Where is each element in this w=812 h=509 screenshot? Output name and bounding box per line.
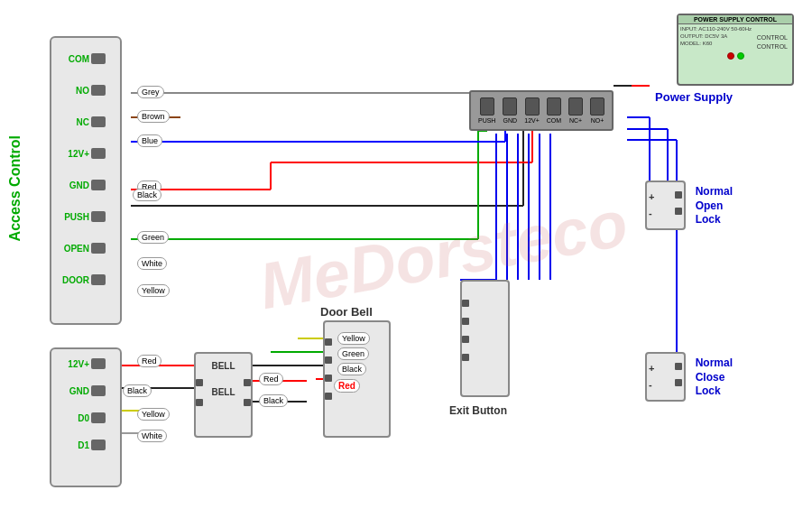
normal-open-lock-label: NormalOpenLock xyxy=(696,185,733,227)
led-red xyxy=(727,52,734,60)
wire-label-grey: Grey xyxy=(137,86,164,98)
normal-close-lock: + - xyxy=(645,352,686,402)
terminal-block-gnd xyxy=(91,180,106,190)
wire-label-black-gnd: Black xyxy=(133,189,161,201)
wire-label-s-red: Red xyxy=(137,355,161,367)
diagram-container: MeDorsteco xyxy=(0,0,812,509)
wire-label-yellow: Yellow xyxy=(137,284,170,297)
post-label-nc: NC+ xyxy=(569,117,582,124)
doorbell-wire-black: Black xyxy=(337,363,366,375)
bell-unit: BELL BELL xyxy=(194,352,253,438)
terminal-block-s-gnd xyxy=(91,385,106,396)
post-label-no: NO+ xyxy=(591,117,604,124)
terminal-gnd: GND xyxy=(60,180,106,190)
terminal-s-gnd: GND xyxy=(60,385,106,396)
main-access-panel: COM NO NC 12V+ GND PUSH OPEN xyxy=(50,36,122,325)
post-block xyxy=(525,97,540,116)
doorbell-wire-yellow: Yellow xyxy=(337,332,370,345)
terminal-no: NO xyxy=(60,85,106,96)
terminal-post-push: PUSH xyxy=(478,97,495,124)
terminal-com: COM xyxy=(60,53,106,64)
terminal-post-12v: 12V+ xyxy=(524,97,540,124)
bell-wire-red: Red xyxy=(259,373,283,385)
normal-close-lock-label: NormalCloseLock xyxy=(696,356,733,399)
led-green xyxy=(737,52,744,60)
terminal-block-com xyxy=(91,53,106,64)
terminal-nc: NC xyxy=(60,116,106,127)
terminal-block-push xyxy=(91,211,106,222)
terminal-strip: PUSH GND 12V+ COM NC+ NO+ xyxy=(469,90,614,131)
post-label-gnd: GND xyxy=(503,117,518,124)
post-block xyxy=(590,97,604,116)
terminal-post-com: COM xyxy=(547,97,561,124)
terminal-block-no xyxy=(91,85,106,96)
wire-label-s-white: White xyxy=(137,430,167,442)
watermark: MeDorsteco xyxy=(254,186,632,323)
wire-label-blue: Blue xyxy=(137,134,162,147)
post-block xyxy=(480,97,494,116)
terminal-door: DOOR xyxy=(60,274,106,285)
terminal-block-door xyxy=(91,274,106,285)
bell-label-2: BELL xyxy=(196,387,251,397)
secondary-access-panel: 12V+ GND D0 D1 xyxy=(50,347,122,487)
normal-open-lock: + - xyxy=(645,180,686,230)
terminal-s-12v: 12V+ xyxy=(60,358,106,369)
bell-wire-black: Black xyxy=(259,394,288,407)
terminal-block-s-d0 xyxy=(91,412,106,423)
terminal-open: OPEN xyxy=(60,243,106,254)
terminal-12v: 12V+ xyxy=(60,148,106,159)
terminal-push: PUSH xyxy=(60,211,106,222)
ps-title: POWER SUPPLY CONTROL xyxy=(678,15,792,24)
power-supply-unit: POWER SUPPLY CONTROL INPUT: AC110-240V 5… xyxy=(677,14,794,86)
wire-label-s-yellow: Yellow xyxy=(137,408,170,421)
exit-button-label: Exit Button xyxy=(449,404,507,417)
wire-label-brown: Brown xyxy=(137,110,170,123)
terminal-block-s-12v xyxy=(91,358,106,369)
wire-label-white: White xyxy=(137,257,167,270)
doorbell-wire-red: Red xyxy=(334,379,360,393)
terminal-post-gnd: GND xyxy=(503,97,517,124)
post-label-push: PUSH xyxy=(478,117,495,124)
terminal-block-open xyxy=(91,243,106,254)
exit-button-unit xyxy=(460,280,510,397)
terminal-s-d0: D0 xyxy=(60,412,106,423)
doorbell-wire-green: Green xyxy=(337,347,369,360)
bell-label-1: BELL xyxy=(196,361,251,371)
terminal-block-nc xyxy=(91,116,106,127)
terminal-block-12v xyxy=(91,148,106,159)
ps-leds xyxy=(678,52,792,60)
terminal-post-nc: NC+ xyxy=(568,97,583,124)
post-block xyxy=(568,97,583,116)
terminal-s-d1: D1 xyxy=(60,440,106,450)
post-block xyxy=(547,97,561,116)
post-label-com: COM xyxy=(547,117,561,124)
ps-control-labels: CONTROLCONTROL xyxy=(757,33,788,51)
post-block xyxy=(503,97,517,116)
power-supply-label: Power Supply xyxy=(655,90,733,104)
doorbell-title: Door Bell xyxy=(320,305,373,319)
terminal-post-no: NO+ xyxy=(590,97,604,124)
wire-label-s-black: Black xyxy=(123,384,152,397)
panel-title: Access Control xyxy=(7,135,23,241)
wire-label-green: Green xyxy=(137,231,169,244)
post-label-12v: 12V+ xyxy=(524,117,540,124)
terminal-block-s-d1 xyxy=(91,440,106,450)
